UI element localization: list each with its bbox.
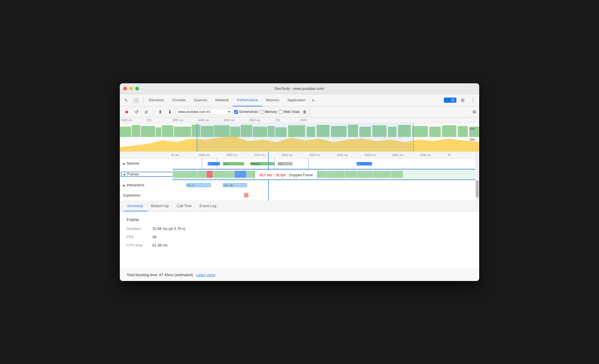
frames-track-row: ▶ Frames	[120, 169, 479, 180]
experience-marks	[244, 193, 248, 197]
tooltip-fps-text: 32.7 ms ~ 31 fps	[259, 173, 286, 177]
svg-rect-5	[174, 127, 191, 137]
ruler-5000ms: 5000 ms	[337, 153, 365, 157]
duration-value: 32.66 ms (at 3.79 s)	[152, 227, 185, 231]
network-track-row: ▶ Network v... vi vi... videopl... v v..…	[120, 159, 479, 169]
more-options-icon[interactable]: ⋮	[469, 96, 477, 104]
tab-bottom-up[interactable]: Bottom-Up	[147, 201, 173, 211]
tab-sources[interactable]: Sources	[190, 94, 211, 106]
memory-checkbox-label[interactable]: Memory	[260, 110, 277, 114]
clear-button[interactable]: 🗑	[303, 110, 307, 114]
summary-frame-title: Frame	[127, 217, 472, 222]
record-button[interactable]: ⏺	[123, 108, 131, 116]
ruler-mark-6000: 6000 ms	[248, 118, 274, 123]
frames-track-content[interactable]: 32.7 ms ~ 31 fps Dropped Frame	[172, 169, 475, 180]
stop-button[interactable]: ⊘	[142, 108, 150, 116]
cursor-icon[interactable]: ↖	[122, 96, 130, 104]
tab-network[interactable]: Network	[211, 94, 233, 106]
interactions-track-content[interactable]: An...n Ani...on	[171, 180, 475, 190]
summary-cpu-row: CPU time 61.38 ms	[127, 243, 472, 247]
network-label-text: Network	[127, 161, 139, 165]
frame-block-1	[173, 171, 197, 178]
frames-track-label[interactable]: ▶ Frames	[121, 172, 172, 177]
vertical-scrollbar[interactable]	[475, 152, 479, 201]
timeline-ruler: 00 ms 2500 ms 3000 ms 3500 ms 4000 ms 45…	[120, 152, 479, 159]
svg-rect-2	[141, 126, 155, 137]
tab-memory[interactable]: Memory	[262, 94, 284, 106]
ruler-5500ms: 5500 ms	[365, 153, 392, 157]
network-expand-icon: ▶	[123, 162, 126, 165]
net-bar-1[interactable]: v...	[208, 162, 220, 165]
tab-event-log[interactable]: Event Log	[196, 201, 220, 211]
window-title: DevTools - www.youtube.com/	[275, 86, 324, 91]
ruler-3500ms: 3500 ms	[254, 153, 282, 157]
capture-settings-icon[interactable]: ⚙	[472, 109, 476, 115]
cpu-key: CPU time	[127, 243, 152, 247]
minimize-button[interactable]	[129, 87, 133, 90]
fps-value: 30	[152, 235, 156, 239]
summary-duration-row: Duration 32.66 ms (at 3.79 s)	[127, 227, 472, 231]
download-button[interactable]: ⬇	[166, 108, 174, 116]
svg-rect-41	[197, 123, 414, 152]
experience-label-text: Experience	[123, 193, 140, 197]
total-blocking-footer: Total blocking time: 87.45ms (estimated)…	[120, 268, 479, 281]
tab-application[interactable]: Application	[284, 94, 310, 106]
svg-rect-3	[156, 127, 161, 137]
ruler-2500ms: 2500 ms	[199, 153, 226, 157]
interactions-track-label[interactable]: ▶ Interactions	[120, 183, 171, 187]
scrollbar-thumb[interactable]	[476, 180, 479, 197]
bottom-tabs: Summary Bottom-Up Call Tree Event Log	[120, 201, 479, 211]
timeline-overview[interactable]: 1000 ms 200 3000 ms 4000 ms 5000 ms 6000…	[120, 118, 479, 152]
tab-elements[interactable]: Elements	[145, 94, 168, 106]
devtools-tabs: ↖ ⬜ Elements Console Sources Network Per…	[120, 94, 479, 107]
learn-more-link[interactable]: Learn more	[196, 273, 215, 277]
device-icon[interactable]: ⬜	[132, 96, 140, 104]
more-tabs-button[interactable]: »	[309, 94, 317, 106]
summary-fps-row: FPS 30	[127, 235, 472, 239]
network-track-label[interactable]: ▶ Network	[120, 161, 171, 165]
fps-key: FPS	[127, 235, 152, 239]
svg-rect-26	[458, 126, 468, 137]
net-bar-5[interactable]: v...	[357, 162, 372, 165]
screenshots-checkbox[interactable]	[234, 110, 238, 114]
frame-block-7	[327, 171, 345, 178]
net-bar-2[interactable]: vi vi...	[223, 162, 244, 165]
tab-console[interactable]: Console	[168, 94, 190, 106]
screenshots-checkbox-label[interactable]: Screenshots	[234, 110, 258, 114]
maximize-button[interactable]	[135, 87, 139, 90]
settings-icon[interactable]: ⚙	[459, 96, 467, 104]
ruler-4000ms: 4000 ms	[282, 153, 309, 157]
interaction-2[interactable]: Ani...on	[223, 183, 247, 187]
frame-block-selected[interactable]	[234, 171, 246, 178]
refresh-record-button[interactable]: ↺	[132, 108, 140, 116]
url-text: www.youtube.com #1	[178, 110, 211, 114]
memory-checkbox[interactable]	[260, 110, 264, 114]
network-track-content[interactable]: v... vi vi... videopl... v v... v...	[171, 159, 475, 169]
ruler-mark-3000: 3000 ms	[171, 118, 197, 123]
ruler-0ms: 00 ms	[171, 153, 199, 157]
svg-rect-4	[162, 125, 173, 137]
tab-summary[interactable]: Summary	[123, 201, 147, 211]
close-button[interactable]	[123, 87, 127, 90]
net-bar-4[interactable]: v v...	[278, 162, 293, 165]
net-bar-3[interactable]: videopl...	[250, 162, 274, 165]
interactions-label-text: Interactions	[127, 183, 144, 187]
experience-track-row: Experience	[120, 191, 479, 201]
traffic-lights	[123, 87, 139, 90]
webvitals-checkbox[interactable]	[279, 110, 282, 114]
interaction-1[interactable]: An...n	[186, 183, 211, 187]
net-tick-4	[308, 159, 309, 169]
tab-call-tree[interactable]: Call Tree	[173, 201, 196, 211]
tab-right-controls: 🔵 32 ⚙ ⋮	[444, 96, 477, 104]
fps-label: FPS	[470, 127, 475, 131]
webvitals-label: Web Vitals	[284, 110, 300, 114]
overview-ruler: 1000 ms 200 3000 ms 4000 ms 5000 ms 6000…	[120, 118, 479, 123]
upload-button[interactable]: ⬆	[156, 108, 164, 116]
screenshots-label: Screenshots	[239, 110, 258, 114]
experience-track-content[interactable]	[171, 191, 475, 201]
webvitals-checkbox-label[interactable]: Web Vitals	[279, 110, 300, 114]
svg-rect-0	[120, 127, 131, 137]
notification-badge[interactable]: 🔵 32	[444, 98, 456, 103]
url-selector[interactable]: www.youtube.com #1 ▾	[175, 109, 232, 115]
tab-performance[interactable]: Performance	[233, 94, 262, 106]
